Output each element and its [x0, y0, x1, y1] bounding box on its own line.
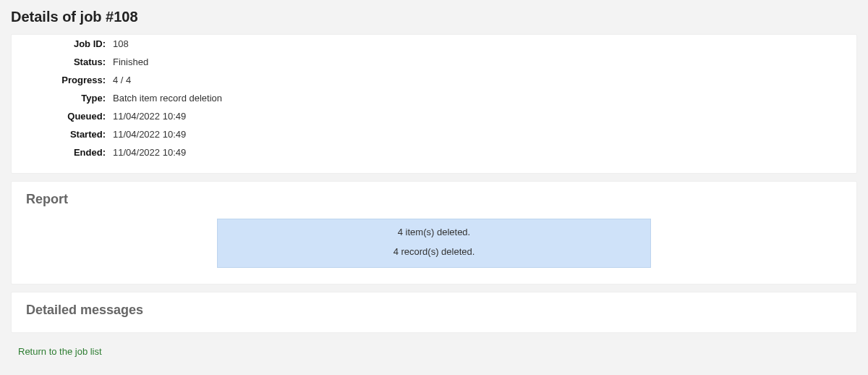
report-heading: Report: [26, 192, 842, 207]
label-queued: Queued:: [26, 111, 113, 122]
report-message-box: 4 item(s) deleted. 4 record(s) deleted.: [217, 219, 651, 268]
label-status: Status:: [26, 56, 113, 67]
field-status: Status: Finished: [26, 53, 842, 71]
field-ended: Ended: 11/04/2022 10:49: [26, 143, 842, 161]
value-job-id: 108: [113, 38, 129, 49]
label-progress: Progress:: [26, 75, 113, 85]
detailed-messages-panel: Detailed messages: [11, 292, 857, 333]
value-status: Finished: [113, 56, 148, 67]
field-job-id: Job ID: 108: [26, 35, 842, 53]
value-ended: 11/04/2022 10:49: [113, 147, 186, 158]
label-type: Type:: [26, 93, 113, 104]
value-progress: 4 / 4: [113, 75, 131, 85]
report-line-2: 4 record(s) deleted.: [226, 246, 642, 257]
value-type: Batch item record deletion: [113, 93, 222, 104]
detailed-messages-heading: Detailed messages: [26, 303, 842, 318]
label-started: Started:: [26, 129, 113, 140]
report-panel: Report 4 item(s) deleted. 4 record(s) de…: [11, 181, 857, 285]
report-line-1: 4 item(s) deleted.: [226, 227, 642, 237]
page-title: Details of job #108: [11, 9, 857, 25]
field-progress: Progress: 4 / 4: [26, 71, 842, 89]
job-details-panel: Job ID: 108 Status: Finished Progress: 4…: [11, 34, 857, 174]
value-started: 11/04/2022 10:49: [113, 129, 186, 140]
return-to-job-list-link[interactable]: Return to the job list: [18, 346, 102, 357]
field-type: Type: Batch item record deletion: [26, 89, 842, 107]
field-queued: Queued: 11/04/2022 10:49: [26, 107, 842, 125]
label-job-id: Job ID:: [26, 38, 113, 49]
field-started: Started: 11/04/2022 10:49: [26, 125, 842, 143]
value-queued: 11/04/2022 10:49: [113, 111, 186, 122]
label-ended: Ended:: [26, 147, 113, 158]
